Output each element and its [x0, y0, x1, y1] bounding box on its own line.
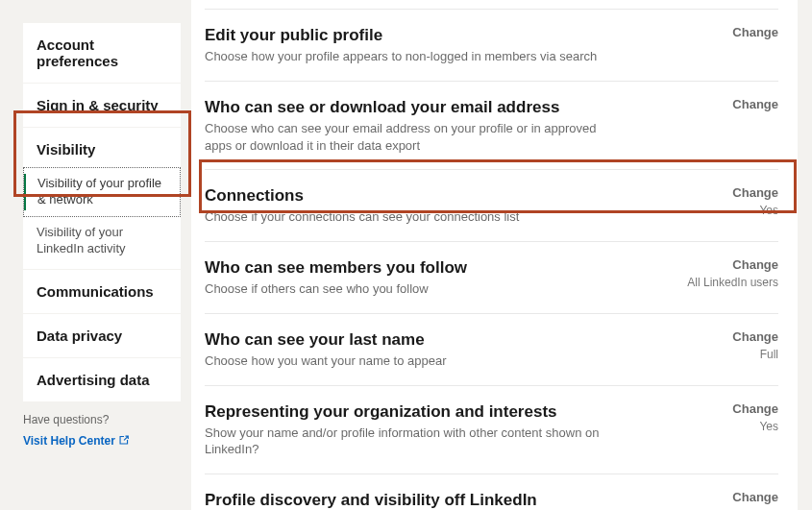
- settings-sidebar: Account preferences Sign in & security V…: [23, 23, 181, 401]
- setting-title: Who can see or download your email addre…: [205, 97, 608, 117]
- setting-row-email-visibility[interactable]: Who can see or download your email addre…: [205, 82, 778, 170]
- change-link[interactable]: Change: [682, 25, 778, 39]
- setting-title: Representing your organization and inter…: [205, 401, 608, 422]
- setting-desc: Choose if others can see who you follow: [205, 280, 608, 298]
- setting-desc: Choose how you want your name to appear: [205, 352, 608, 370]
- help-center-link[interactable]: Visit Help Center: [23, 434, 130, 449]
- sidebar-sub-visibility-linkedin-activity[interactable]: Visibility of your LinkedIn activity: [23, 217, 181, 270]
- setting-title: Connections: [205, 185, 608, 206]
- setting-row-public-profile[interactable]: Edit your public profile Choose how your…: [205, 10, 778, 82]
- setting-row-last-name[interactable]: Who can see your last name Choose how yo…: [205, 314, 778, 386]
- setting-value: Yes: [682, 420, 778, 433]
- change-link[interactable]: Change: [682, 490, 778, 504]
- change-link[interactable]: Change: [682, 401, 778, 416]
- setting-title: Profile discovery and visibility off Lin…: [205, 490, 608, 510]
- sidebar-item-communications[interactable]: Communications: [23, 270, 181, 314]
- help-section: Have questions? Visit Help Center: [23, 413, 181, 449]
- sidebar-item-account-preferences[interactable]: Account preferences: [23, 23, 181, 84]
- setting-row-connections[interactable]: Connections Choose if your connections c…: [205, 170, 778, 242]
- change-link[interactable]: Change: [682, 97, 778, 111]
- setting-value: Yes: [682, 204, 778, 217]
- setting-desc: Choose who can see your email address on…: [205, 120, 608, 154]
- sidebar-item-data-privacy[interactable]: Data privacy: [23, 314, 181, 358]
- setting-row-org-interests[interactable]: Representing your organization and inter…: [205, 386, 778, 474]
- setting-desc: Show your name and/or profile informatio…: [205, 425, 608, 458]
- change-link[interactable]: Change: [682, 329, 778, 344]
- sidebar-sub-visibility-profile-network[interactable]: Visibility of your profile & network: [23, 167, 181, 217]
- help-center-link-label: Visit Help Center: [23, 434, 115, 448]
- external-link-icon: [118, 434, 130, 449]
- setting-title: Who can see members you follow: [205, 257, 608, 278]
- sidebar-item-advertising-data[interactable]: Advertising data: [23, 358, 181, 401]
- sidebar-item-visibility[interactable]: Visibility: [23, 128, 181, 167]
- setting-title: Edit your public profile: [205, 25, 608, 45]
- setting-value: All LinkedIn users: [682, 276, 778, 289]
- help-question: Have questions?: [23, 413, 181, 426]
- change-link[interactable]: Change: [682, 185, 778, 200]
- settings-main: Edit your public profile Choose how your…: [190, 0, 799, 510]
- change-link[interactable]: Change: [682, 257, 778, 272]
- setting-desc: Choose if your connections can see your …: [205, 208, 608, 226]
- sidebar-item-sign-in-security[interactable]: Sign in & security: [23, 84, 181, 128]
- setting-row-discovery-off-linkedin[interactable]: Profile discovery and visibility off Lin…: [205, 474, 778, 510]
- setting-title: Who can see your last name: [205, 329, 608, 350]
- setting-value: Full: [682, 348, 778, 361]
- setting-row-members-you-follow[interactable]: Who can see members you follow Choose if…: [205, 242, 778, 314]
- setting-desc: Choose how your profile appears to non-l…: [205, 48, 608, 65]
